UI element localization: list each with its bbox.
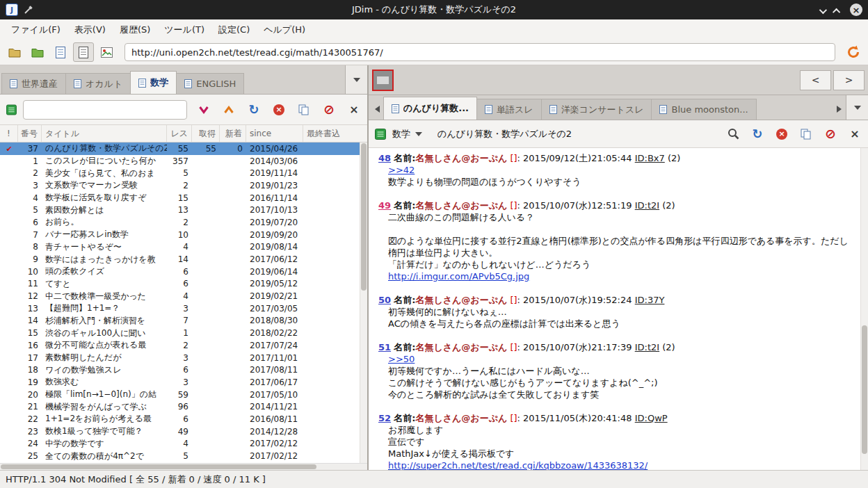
reload-thread-button[interactable]: ↻ (750, 127, 764, 141)
image-next-button[interactable]: > (833, 70, 865, 90)
col-res[interactable]: レス (167, 125, 192, 142)
post-id-link[interactable]: ID:QwP (635, 413, 668, 423)
url-input[interactable] (124, 43, 835, 61)
post-id-link[interactable]: ID:37Y (635, 295, 665, 305)
post-number-link[interactable]: 52 (378, 413, 391, 423)
menu-view[interactable]: 表示(V) (67, 20, 113, 40)
thread-row[interactable]: 14杉浦解析入門・解析演習を72018/08/30 (0, 315, 367, 327)
thread-tab-overflow-button[interactable] (846, 95, 868, 120)
maximize-button[interactable] (835, 3, 840, 17)
board-tab-sekaiisan[interactable]: 世界遺産 (1, 73, 66, 94)
thread-row[interactable]: 2美少女「ほら見て、私のおま52019/11/14 (0, 167, 367, 179)
scrollbar-thumb[interactable] (361, 143, 367, 291)
col-lastwrite[interactable]: 最終書込 (303, 125, 367, 142)
post-number-link[interactable]: 49 (378, 200, 391, 211)
col-new[interactable]: 新着 (220, 125, 246, 142)
post-id-link[interactable]: ID:t2I (635, 200, 659, 211)
thread-tab-3[interactable]: Blue moonston... (651, 99, 756, 120)
close-tab-button[interactable]: × (848, 127, 862, 141)
thread-row[interactable]: 10頭の柔軟クイズ62019/06/14 (0, 266, 367, 278)
thread-row[interactable]: 24中学の数学です42017/02/12 (0, 438, 367, 450)
thread-row[interactable]: 20極限「lim[n→1−0](n)」の結592017/05/10 (0, 389, 367, 401)
tabs-scroll-left-button[interactable] (370, 99, 384, 120)
thread-row[interactable]: 17素数解明したんだが32017/11/01 (0, 352, 367, 364)
thread-row[interactable]: 23数検1級って独学で可能？492014/12/28 (0, 425, 367, 438)
image-view-button[interactable] (96, 42, 117, 62)
thread-list-hscrollbar[interactable] (0, 463, 367, 470)
thread-tab-2[interactable]: 洋楽コンサートスレ (541, 99, 652, 120)
board-select-dropdown[interactable]: 数学 (392, 128, 422, 140)
thread-row[interactable]: 11てすと62019/05/12 (0, 278, 367, 291)
thread-row[interactable]: 5素因数分解とは132017/10/13 (0, 204, 367, 216)
thread-row[interactable]: 8青チャートやるぞ〜42019/08/14 (0, 241, 367, 254)
abone-button[interactable]: ⊘ (322, 103, 336, 117)
post-link[interactable]: >>50 (388, 354, 415, 364)
thread-row[interactable]: 15渋谷のギャル100人に聞い12018/02/22 (0, 327, 367, 339)
scrollbar-thumb[interactable] (862, 325, 867, 454)
menu-history[interactable]: 履歴(S) (113, 20, 157, 40)
col-mark[interactable]: ! (0, 125, 18, 142)
post-link[interactable]: http://i.imgur.com/APvb5Cg.jpg (388, 271, 529, 282)
search-up-button[interactable] (222, 103, 236, 117)
post-number-link[interactable]: 48 (378, 153, 391, 163)
post-number-link[interactable]: 50 (378, 295, 391, 305)
thread-row[interactable]: 16微分不可能な点が表れる最22017/07/24 (0, 339, 367, 352)
board-tab-math[interactable]: 数学 (130, 71, 177, 94)
close-panel-button[interactable]: × (347, 103, 361, 117)
thread-view-scrollbar[interactable] (860, 148, 868, 470)
close-button[interactable]: × (850, 3, 862, 16)
search-in-thread-button[interactable] (726, 127, 740, 141)
thread-row[interactable]: 3文系数学でマーカン受験22019/01/23 (0, 179, 367, 192)
open-url-button[interactable] (843, 42, 864, 62)
thread-tab-0[interactable]: のんびり算数... (383, 97, 477, 120)
copy-button[interactable] (799, 127, 813, 141)
thread-tab-1[interactable]: 単語スレ (476, 99, 542, 120)
thread-row[interactable]: 1このスレが目についたら何か3572014/03/06 (0, 155, 367, 168)
thread-row[interactable]: 18ワイの数学勉強スレ62017/08/11 (0, 364, 367, 376)
board-tab-occult[interactable]: オカルト (65, 73, 131, 94)
favorites-button[interactable] (27, 42, 48, 62)
thread-view-button[interactable] (73, 42, 94, 62)
thread-row[interactable]: ✔37のんびり算数・数学パズルその2555502015/04/26 (0, 143, 367, 155)
thread-row[interactable]: 12中二で数検準一級受かった42019/02/21 (0, 290, 367, 302)
menu-help[interactable]: ヘルプ(H) (257, 20, 312, 40)
image-thumbnail-tab[interactable] (372, 70, 394, 91)
thread-filter-input[interactable] (23, 100, 187, 120)
post-name-link[interactable]: 名無しさん@おーぷん (415, 200, 507, 211)
stop-thread-button[interactable]: × (775, 127, 789, 141)
minimize-button[interactable] (819, 3, 825, 17)
post-link[interactable]: >>42 (388, 165, 415, 175)
thread-row[interactable]: 4数学板に活気を取り戻すぞ152016/11/14 (0, 192, 367, 204)
post-name-link[interactable]: 名無しさん@おーぷん (415, 413, 507, 423)
board-tab-english[interactable]: ENGLISH (176, 73, 244, 94)
thread-list-scrollbar[interactable] (360, 143, 367, 463)
abone-button[interactable]: ⊘ (823, 127, 837, 141)
image-prev-button[interactable]: < (800, 70, 831, 90)
tabs-scroll-right-button[interactable] (832, 99, 846, 120)
post-name-link[interactable]: 名無しさん@おーぷん (415, 153, 507, 163)
board-tab-overflow-button[interactable] (345, 65, 367, 94)
post-id-link[interactable]: ID:t2I (635, 342, 659, 352)
col-got[interactable]: 取得 (192, 125, 220, 142)
bbs-list-button[interactable] (4, 42, 25, 62)
thread-row[interactable]: 13【超難問】1+1=？32017/03/05 (0, 302, 367, 315)
stop-load-button[interactable]: × (272, 103, 286, 117)
hscrollbar-thumb[interactable] (1, 464, 316, 469)
search-down-button[interactable] (197, 103, 211, 117)
col-number[interactable]: 番号 (18, 125, 42, 142)
menu-settings[interactable]: 設定(C) (211, 20, 257, 40)
thread-row[interactable]: 25全ての素数の積が4π^2で52017/02/12 (0, 450, 367, 462)
thread-row[interactable]: 6お前ら。22019/07/20 (0, 216, 367, 229)
menu-tools[interactable]: ツール(T) (157, 20, 211, 40)
menu-file[interactable]: ファイル(F) (4, 20, 67, 40)
col-title[interactable]: タイトル (42, 125, 167, 142)
col-since[interactable]: since (246, 125, 303, 142)
thread-row[interactable]: 19数強求む32017/06/17 (0, 376, 367, 389)
post-number-link[interactable]: 51 (378, 342, 391, 352)
thread-row[interactable]: 9数学にはまったきっかけを教142017/06/12 (0, 253, 367, 266)
copy-button[interactable] (297, 103, 311, 117)
board-view-button[interactable] (50, 42, 71, 62)
thread-row[interactable]: 221+1=2をお前らが考える最62016/08/11 (0, 413, 367, 425)
reload-board-button[interactable]: ↻ (247, 103, 261, 117)
post-name-link[interactable]: 名無しさん@おーぷん (415, 342, 507, 352)
